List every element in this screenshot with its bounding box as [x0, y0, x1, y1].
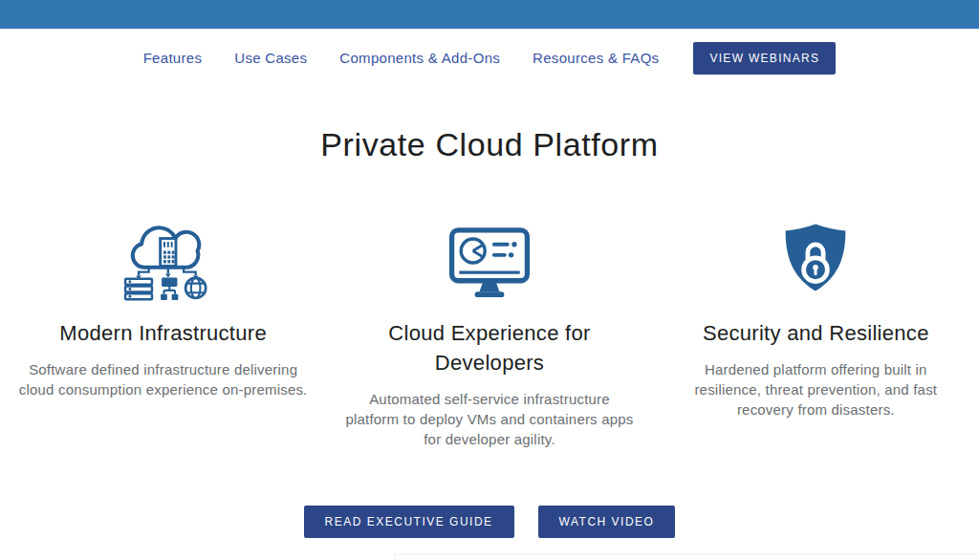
feature-title-cloud-experience: Cloud Experience for Developers — [370, 318, 609, 377]
feature-description: Automated self-service infrastructure pl… — [343, 389, 636, 449]
view-webinars-button[interactable]: VIEW WEBINARS — [693, 42, 836, 75]
feature-description: Hardened platform offering built in resi… — [669, 359, 962, 420]
read-executive-guide-button[interactable]: READ EXECUTIVE GUIDE — [304, 506, 514, 538]
page-title: Private Cloud Platform — [0, 126, 979, 163]
feature-description: Software defined infrastructure deliveri… — [17, 359, 310, 399]
next-section-top-edge — [394, 553, 979, 560]
feature-security-resilience: Security and Resilience Hardened platfor… — [653, 205, 979, 449]
nav-link-features[interactable]: Features — [143, 50, 203, 66]
nav-link-components-addons[interactable]: Components & Add-Ons — [339, 50, 500, 66]
nav-link-use-cases[interactable]: Use Cases — [234, 50, 307, 66]
feature-modern-infrastructure: Modern Infrastructure Software defined i… — [0, 205, 326, 449]
feature-title-modern-infrastructure: Modern Infrastructure — [44, 318, 283, 348]
main-nav: Features Use Cases Components & Add-Ons … — [0, 30, 979, 86]
feature-title-security-resilience: Security and Resilience — [696, 318, 935, 348]
shield-lock-icon — [653, 225, 979, 301]
cta-button-row: READ EXECUTIVE GUIDE WATCH VIDEO — [0, 506, 979, 538]
top-banner-bar — [0, 0, 979, 30]
monitor-dashboard-icon — [326, 225, 652, 301]
feature-columns: Modern Infrastructure Software defined i… — [0, 205, 979, 449]
cloud-infrastructure-icon — [0, 225, 326, 301]
watch-video-button[interactable]: WATCH VIDEO — [538, 506, 676, 538]
feature-cloud-experience: Cloud Experience for Developers Automate… — [326, 205, 652, 449]
nav-link-resources-faqs[interactable]: Resources & FAQs — [533, 50, 659, 66]
